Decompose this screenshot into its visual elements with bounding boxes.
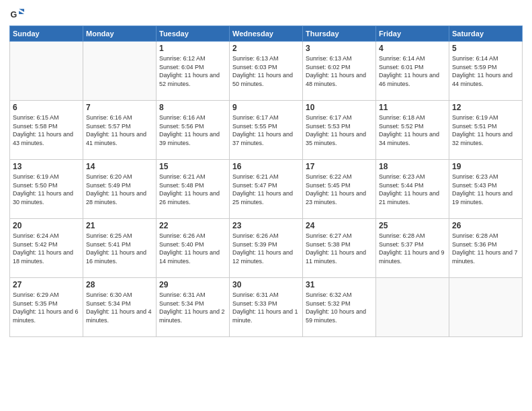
cell-text: Sunrise: 6:14 AMSunset: 5:59 PMDaylight:… bbox=[452, 54, 519, 88]
day-number: 19 bbox=[452, 162, 519, 171]
cell-text: Sunrise: 6:31 AMSunset: 5:34 PMDaylight:… bbox=[159, 291, 226, 324]
calendar-cell: 15Sunrise: 6:21 AMSunset: 5:48 PMDayligh… bbox=[157, 160, 230, 219]
calendar-body: 1Sunrise: 6:12 AMSunset: 6:04 PMDaylight… bbox=[10, 42, 523, 337]
week-row-0: 1Sunrise: 6:12 AMSunset: 6:04 PMDaylight… bbox=[10, 42, 523, 101]
calendar-cell: 8Sunrise: 6:16 AMSunset: 5:56 PMDaylight… bbox=[157, 101, 230, 160]
cell-text: Sunrise: 6:21 AMSunset: 5:47 PMDaylight:… bbox=[232, 173, 300, 206]
cell-text: Sunrise: 6:28 AMSunset: 5:37 PMDaylight:… bbox=[379, 232, 446, 265]
calendar-cell: 4Sunrise: 6:14 AMSunset: 6:01 PMDaylight… bbox=[376, 42, 449, 101]
day-number: 1 bbox=[159, 44, 226, 53]
cell-text: Sunrise: 6:12 AMSunset: 6:04 PMDaylight:… bbox=[159, 54, 226, 88]
calendar-cell: 31Sunrise: 6:32 AMSunset: 5:32 PMDayligh… bbox=[303, 278, 376, 337]
day-number: 26 bbox=[452, 221, 519, 230]
day-number: 23 bbox=[232, 221, 300, 230]
cell-text: Sunrise: 6:27 AMSunset: 5:38 PMDaylight:… bbox=[306, 232, 373, 265]
calendar-cell: 9Sunrise: 6:17 AMSunset: 5:55 PMDaylight… bbox=[230, 101, 303, 160]
cell-text: Sunrise: 6:29 AMSunset: 5:35 PMDaylight:… bbox=[13, 291, 80, 324]
cell-text: Sunrise: 6:32 AMSunset: 5:32 PMDaylight:… bbox=[306, 291, 373, 324]
cell-text: Sunrise: 6:17 AMSunset: 5:53 PMDaylight:… bbox=[306, 113, 373, 147]
day-number: 24 bbox=[306, 221, 373, 230]
cell-text: Sunrise: 6:13 AMSunset: 6:02 PMDaylight:… bbox=[306, 54, 373, 88]
calendar-cell: 22Sunrise: 6:26 AMSunset: 5:40 PMDayligh… bbox=[157, 219, 230, 278]
cell-text: Sunrise: 6:28 AMSunset: 5:36 PMDaylight:… bbox=[452, 232, 519, 265]
cell-text: Sunrise: 6:16 AMSunset: 5:56 PMDaylight:… bbox=[159, 113, 226, 147]
calendar-header-row: SundayMondayTuesdayWednesdayThursdayFrid… bbox=[10, 26, 523, 42]
calendar-cell: 13Sunrise: 6:19 AMSunset: 5:50 PMDayligh… bbox=[10, 160, 83, 219]
cell-text: Sunrise: 6:31 AMSunset: 5:33 PMDaylight:… bbox=[232, 291, 300, 324]
day-number: 7 bbox=[86, 103, 153, 112]
cell-text: Sunrise: 6:30 AMSunset: 5:34 PMDaylight:… bbox=[86, 291, 153, 324]
calendar-cell: 24Sunrise: 6:27 AMSunset: 5:38 PMDayligh… bbox=[303, 219, 376, 278]
logo-icon: G bbox=[9, 7, 24, 21]
cell-text: Sunrise: 6:22 AMSunset: 5:45 PMDaylight:… bbox=[306, 173, 373, 206]
day-number: 27 bbox=[13, 280, 80, 289]
day-number: 17 bbox=[306, 162, 373, 171]
day-number: 13 bbox=[13, 162, 80, 171]
day-number: 18 bbox=[379, 162, 446, 171]
cell-text: Sunrise: 6:15 AMSunset: 5:58 PMDaylight:… bbox=[13, 113, 80, 147]
calendar-cell bbox=[376, 278, 449, 337]
calendar-cell: 11Sunrise: 6:18 AMSunset: 5:52 PMDayligh… bbox=[376, 101, 449, 160]
calendar-cell: 18Sunrise: 6:23 AMSunset: 5:44 PMDayligh… bbox=[376, 160, 449, 219]
day-number: 16 bbox=[232, 162, 300, 171]
day-number: 29 bbox=[159, 280, 226, 289]
calendar-cell bbox=[10, 42, 83, 101]
day-header-monday: Monday bbox=[83, 26, 157, 42]
cell-text: Sunrise: 6:21 AMSunset: 5:48 PMDaylight:… bbox=[159, 173, 226, 206]
calendar-cell: 28Sunrise: 6:30 AMSunset: 5:34 PMDayligh… bbox=[83, 278, 157, 337]
cell-text: Sunrise: 6:19 AMSunset: 5:51 PMDaylight:… bbox=[452, 113, 519, 147]
day-number: 8 bbox=[159, 103, 226, 112]
cell-text: Sunrise: 6:23 AMSunset: 5:43 PMDaylight:… bbox=[452, 173, 519, 206]
week-row-1: 6Sunrise: 6:15 AMSunset: 5:58 PMDaylight… bbox=[10, 101, 523, 160]
page: G SundayMondayTuesdayWednesdayThursdayFr… bbox=[0, 0, 532, 411]
calendar-cell: 20Sunrise: 6:24 AMSunset: 5:42 PMDayligh… bbox=[10, 219, 83, 278]
calendar-cell: 19Sunrise: 6:23 AMSunset: 5:43 PMDayligh… bbox=[449, 160, 523, 219]
day-header-saturday: Saturday bbox=[449, 26, 523, 42]
calendar-cell: 3Sunrise: 6:13 AMSunset: 6:02 PMDaylight… bbox=[303, 42, 376, 101]
calendar-cell: 2Sunrise: 6:13 AMSunset: 6:03 PMDaylight… bbox=[230, 42, 303, 101]
cell-text: Sunrise: 6:14 AMSunset: 6:01 PMDaylight:… bbox=[379, 54, 446, 88]
day-number: 5 bbox=[452, 44, 519, 53]
logo-area: G bbox=[9, 7, 27, 21]
calendar-cell: 10Sunrise: 6:17 AMSunset: 5:53 PMDayligh… bbox=[303, 101, 376, 160]
day-number: 30 bbox=[232, 280, 300, 289]
logo: G bbox=[9, 7, 27, 21]
calendar-cell: 6Sunrise: 6:15 AMSunset: 5:58 PMDaylight… bbox=[10, 101, 83, 160]
calendar-cell bbox=[83, 42, 157, 101]
day-header-thursday: Thursday bbox=[303, 26, 376, 42]
day-number: 9 bbox=[232, 103, 300, 112]
day-header-sunday: Sunday bbox=[10, 26, 83, 42]
calendar-cell: 5Sunrise: 6:14 AMSunset: 5:59 PMDaylight… bbox=[449, 42, 523, 101]
cell-text: Sunrise: 6:17 AMSunset: 5:55 PMDaylight:… bbox=[232, 113, 300, 147]
day-header-tuesday: Tuesday bbox=[157, 26, 230, 42]
day-number: 28 bbox=[86, 280, 153, 289]
cell-text: Sunrise: 6:13 AMSunset: 6:03 PMDaylight:… bbox=[232, 54, 300, 88]
week-row-4: 27Sunrise: 6:29 AMSunset: 5:35 PMDayligh… bbox=[10, 278, 523, 337]
day-number: 11 bbox=[379, 103, 446, 112]
calendar-cell: 14Sunrise: 6:20 AMSunset: 5:49 PMDayligh… bbox=[83, 160, 157, 219]
cell-text: Sunrise: 6:26 AMSunset: 5:40 PMDaylight:… bbox=[159, 232, 226, 265]
calendar-table: SundayMondayTuesdayWednesdayThursdayFrid… bbox=[9, 26, 523, 337]
day-number: 14 bbox=[86, 162, 153, 171]
week-row-2: 13Sunrise: 6:19 AMSunset: 5:50 PMDayligh… bbox=[10, 160, 523, 219]
calendar-cell: 21Sunrise: 6:25 AMSunset: 5:41 PMDayligh… bbox=[83, 219, 157, 278]
day-number: 6 bbox=[13, 103, 80, 112]
cell-text: Sunrise: 6:25 AMSunset: 5:41 PMDaylight:… bbox=[86, 232, 153, 265]
cell-text: Sunrise: 6:23 AMSunset: 5:44 PMDaylight:… bbox=[379, 173, 446, 206]
day-header-wednesday: Wednesday bbox=[230, 26, 303, 42]
calendar-cell: 16Sunrise: 6:21 AMSunset: 5:47 PMDayligh… bbox=[230, 160, 303, 219]
day-number: 25 bbox=[379, 221, 446, 230]
cell-text: Sunrise: 6:24 AMSunset: 5:42 PMDaylight:… bbox=[13, 232, 80, 265]
day-number: 10 bbox=[306, 103, 373, 112]
day-number: 4 bbox=[379, 44, 446, 53]
cell-text: Sunrise: 6:16 AMSunset: 5:57 PMDaylight:… bbox=[86, 113, 153, 147]
cell-text: Sunrise: 6:26 AMSunset: 5:39 PMDaylight:… bbox=[232, 232, 300, 265]
day-number: 15 bbox=[159, 162, 226, 171]
calendar-cell: 25Sunrise: 6:28 AMSunset: 5:37 PMDayligh… bbox=[376, 219, 449, 278]
svg-text:G: G bbox=[11, 10, 17, 19]
cell-text: Sunrise: 6:19 AMSunset: 5:50 PMDaylight:… bbox=[13, 173, 80, 206]
calendar-cell: 7Sunrise: 6:16 AMSunset: 5:57 PMDaylight… bbox=[83, 101, 157, 160]
calendar-cell: 27Sunrise: 6:29 AMSunset: 5:35 PMDayligh… bbox=[10, 278, 83, 337]
cell-text: Sunrise: 6:20 AMSunset: 5:49 PMDaylight:… bbox=[86, 173, 153, 206]
calendar-cell: 1Sunrise: 6:12 AMSunset: 6:04 PMDaylight… bbox=[157, 42, 230, 101]
